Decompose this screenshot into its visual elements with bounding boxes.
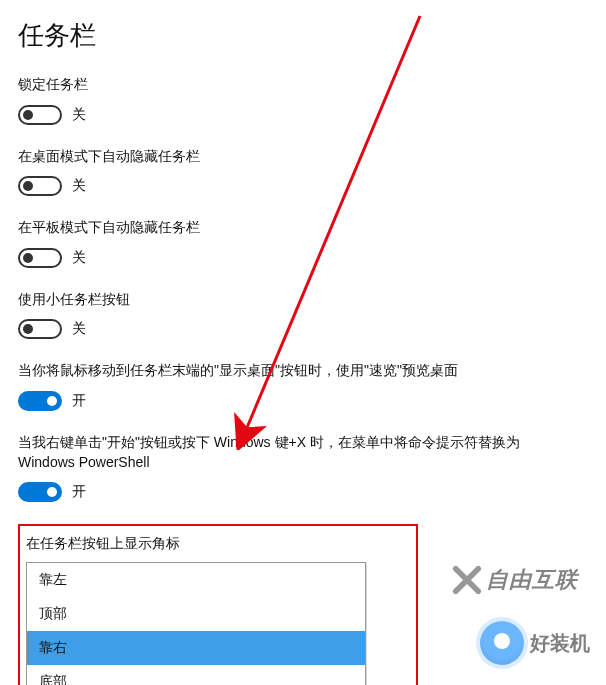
toggle-peek-desktop[interactable] (18, 391, 62, 411)
toggle-powershell[interactable] (18, 482, 62, 502)
setting-powershell: 当我右键单击"开始"按钮或按下 Windows 键+X 时，在菜单中将命令提示符… (18, 433, 588, 502)
setting-lock-taskbar: 锁定任务栏 关 (18, 75, 588, 125)
setting-small-buttons: 使用小任务栏按钮 关 (18, 290, 588, 340)
highlight-box: 在任务栏按钮上显示角标 靠左 顶部 靠右 底部 (18, 524, 418, 685)
setting-label: 在桌面模式下自动隐藏任务栏 (18, 147, 558, 167)
toggle-state: 开 (72, 392, 86, 410)
setting-label: 当你将鼠标移动到任务栏末端的"显示桌面"按钮时，使用"速览"预览桌面 (18, 361, 558, 381)
toggle-autohide-desktop[interactable] (18, 176, 62, 196)
setting-label: 当我右键单击"开始"按钮或按下 Windows 键+X 时，在菜单中将命令提示符… (18, 433, 558, 472)
setting-label: 在平板模式下自动隐藏任务栏 (18, 218, 558, 238)
watermark-haozhuangji: 好装机 (480, 621, 590, 665)
setting-autohide-desktop: 在桌面模式下自动隐藏任务栏 关 (18, 147, 588, 197)
toggle-autohide-tablet[interactable] (18, 248, 62, 268)
toggle-lock-taskbar[interactable] (18, 105, 62, 125)
toggle-small-buttons[interactable] (18, 319, 62, 339)
option-top[interactable]: 顶部 (27, 597, 365, 631)
option-right[interactable]: 靠右 (27, 631, 365, 665)
setting-label: 锁定任务栏 (18, 75, 558, 95)
setting-peek-desktop: 当你将鼠标移动到任务栏末端的"显示桌面"按钮时，使用"速览"预览桌面 开 (18, 361, 588, 411)
toggle-state: 关 (72, 106, 86, 124)
toggle-state: 关 (72, 249, 86, 267)
toggle-state: 开 (72, 483, 86, 501)
watermark-ziyouhulian: 自由互联 (452, 565, 578, 595)
circle-logo-icon (480, 621, 524, 665)
setting-label: 使用小任务栏按钮 (18, 290, 558, 310)
setting-autohide-tablet: 在平板模式下自动隐藏任务栏 关 (18, 218, 588, 268)
setting-label-badges: 在任务栏按钮上显示角标 (26, 534, 410, 554)
toggle-state: 关 (72, 177, 86, 195)
option-bottom[interactable]: 底部 (27, 665, 365, 685)
option-left[interactable]: 靠左 (27, 563, 365, 597)
page-title: 任务栏 (18, 18, 588, 53)
toggle-state: 关 (72, 320, 86, 338)
x-logo-icon (452, 565, 482, 595)
taskbar-position-listbox[interactable]: 靠左 顶部 靠右 底部 (26, 562, 366, 685)
